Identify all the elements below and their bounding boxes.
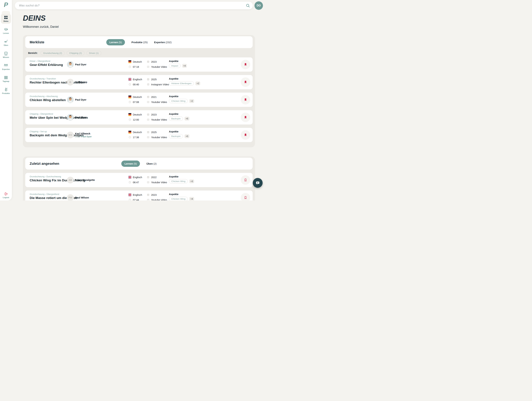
filter-row: Bereich: Grundschwung (2) Chipping (2) D… <box>28 50 253 56</box>
list-item[interactable]: Driver › Übergreifend Gear-Effekt Erklär… <box>25 57 253 72</box>
sidebar-item-label: Deins <box>4 20 8 22</box>
merkliste-header: Merkliste Lernen(5) Produkte(25) Experte… <box>25 36 253 48</box>
avatar-initials: G <box>67 79 74 86</box>
item-title: Chicken Wing abstellen <box>30 98 66 102</box>
aspect-tag[interactable]: Chicken Wing <box>169 197 188 200</box>
aspect-tag[interactable]: Chicken Wing <box>169 99 188 103</box>
year-label: 2025 <box>151 131 157 134</box>
youtube-video-icon <box>147 199 150 200</box>
sidebar-item-ueben[interactable]: Üben <box>1 38 11 48</box>
bookmark-button[interactable] <box>241 60 250 69</box>
list-item[interactable]: Grundschwung › Abschwung Chicken Wing ab… <box>25 93 253 107</box>
guest-name: Paul Dyer <box>81 135 92 138</box>
bookmark-button[interactable] <box>241 175 250 185</box>
sidebar-item-experten[interactable]: Experten <box>1 62 11 72</box>
list-item[interactable]: Grundschwung › Transition Rechter Ellenb… <box>25 75 253 89</box>
list-item[interactable]: Grundschwung › Übergreifend Die Masse ro… <box>25 190 253 200</box>
uk-flag-icon <box>128 193 131 196</box>
tab-lernen[interactable]: Lernen(5) <box>121 161 140 167</box>
page-title: DEINS <box>23 14 45 22</box>
bookmark-button[interactable] <box>241 113 250 122</box>
search-input[interactable] <box>19 4 246 7</box>
breadcrumb[interactable]: Grundschwung › Übergreifend <box>30 193 59 195</box>
user-avatar[interactable]: DO <box>254 1 263 10</box>
aspect-tag[interactable]: Backspin <box>169 134 183 138</box>
german-flag-icon <box>128 113 131 116</box>
search-icon[interactable] <box>246 3 250 8</box>
more-tags-badge[interactable]: +2 <box>189 99 194 103</box>
tab-lernen[interactable]: Lernen(5) <box>106 39 125 45</box>
aspekte-label: Aspekte <box>169 113 190 115</box>
chat-button[interactable] <box>253 178 263 188</box>
filter-label: Bereich: <box>28 52 38 54</box>
german-flag-icon <box>128 131 131 134</box>
more-tags-badge[interactable]: +4 <box>182 64 187 68</box>
year-label: 2023 <box>151 113 157 116</box>
aspect-tag[interactable]: Backspin <box>169 117 183 121</box>
bookmark-outline-icon <box>244 196 247 199</box>
golf-bag-icon <box>4 87 8 92</box>
year-label: 2023 <box>151 194 157 196</box>
sidebar-item-label: Lernen <box>3 32 9 34</box>
clock-icon <box>128 83 131 86</box>
avatar-initials: PW <box>67 194 74 200</box>
tab-ueben[interactable]: Üben(2) <box>146 162 157 165</box>
breadcrumb[interactable]: Grundschwung › Durchschwung <box>30 175 61 178</box>
youtube-video-icon <box>147 65 150 68</box>
sidebar-item-tagmap[interactable]: Tagmap <box>1 74 11 84</box>
sidebar-item-deins[interactable]: Deins <box>1 14 11 24</box>
media-label: Instagram Video <box>151 83 169 86</box>
breadcrumb[interactable]: Driver › Übergreifend <box>30 60 50 62</box>
more-tags-badge[interactable]: +2 <box>195 81 200 85</box>
bookmark-filled-icon <box>244 116 247 119</box>
sidebar-item-label: Wissen <box>3 56 9 58</box>
youtube-video-icon <box>147 136 150 139</box>
avatar-initials: KV <box>67 132 74 138</box>
aspect-tag[interactable]: Impact <box>169 64 181 68</box>
logout-label: Logout <box>3 196 9 199</box>
az-book-icon <box>4 51 8 56</box>
list-item[interactable]: Chipping › Übergreifend Mehr über Spin b… <box>25 110 253 125</box>
clock-icon <box>128 136 131 139</box>
avatar-photo <box>67 96 74 103</box>
duration-label: 07:08 <box>133 101 139 103</box>
duration-label: 07:18 <box>133 66 139 68</box>
filter-chip-grundschwung[interactable]: Grundschwung (2) <box>40 51 65 55</box>
merkliste-rows: Driver › Übergreifend Gear-Effekt Erklär… <box>25 57 253 142</box>
filter-chip-driver[interactable]: Driver (1) <box>86 51 101 55</box>
language-label: Deutsch <box>133 113 142 116</box>
list-item[interactable]: Grundschwung › Durchschwung Chicken Wing… <box>25 173 253 187</box>
sidebar-item-produkte[interactable]: Produkte <box>1 86 11 96</box>
media-label: Youtube Video <box>151 181 167 184</box>
sidebar-item-lernen[interactable]: Lernen <box>1 26 11 36</box>
aspect-tag[interactable]: Chicken Wing <box>169 179 188 183</box>
aspect-tag[interactable]: Hinterer Ellenbogen <box>169 81 194 86</box>
tab-produkte[interactable]: Produkte(25) <box>132 41 148 44</box>
breadcrumb[interactable]: Chipping › Übergreifend <box>30 113 53 115</box>
bookmark-button[interactable] <box>241 193 250 200</box>
more-tags-badge[interactable]: +5 <box>184 117 190 121</box>
app-logo[interactable]: P <box>4 2 8 8</box>
avatar-photo <box>67 114 74 121</box>
calendar-icon <box>147 176 150 179</box>
more-tags-badge[interactable]: +3 <box>189 179 194 183</box>
graduation-cap-icon <box>4 27 8 32</box>
year-label: 2023 <box>151 60 157 63</box>
zuletzt-section: Zuletzt angesehen Lernen(5) Üben(2) Grun… <box>23 157 255 200</box>
list-item[interactable]: Chipping › Set-up Backspin mit dem Wedge… <box>25 128 253 142</box>
author-name: Paul Dyer <box>75 63 86 66</box>
bookmark-button[interactable] <box>241 77 250 87</box>
bookmark-button[interactable] <box>241 95 250 105</box>
year-label: 2021 <box>151 96 157 98</box>
logout-button[interactable]: Logout <box>1 192 11 199</box>
filter-chip-chipping[interactable]: Chipping (2) <box>67 51 85 55</box>
media-label: Youtube Video <box>151 199 167 201</box>
sidebar-item-wissen[interactable]: Wissen <box>1 50 11 60</box>
breadcrumb[interactable]: Grundschwung › Abschwung <box>30 95 58 98</box>
breadcrumb[interactable]: Grundschwung › Transition <box>30 77 56 80</box>
more-tags-badge[interactable]: +5 <box>184 134 190 138</box>
breadcrumb[interactable]: Chipping › Set-up <box>30 130 47 133</box>
more-tags-badge[interactable]: +4 <box>189 197 194 200</box>
tab-experten[interactable]: Experten(232) <box>154 41 171 44</box>
bookmark-button[interactable] <box>241 130 250 140</box>
